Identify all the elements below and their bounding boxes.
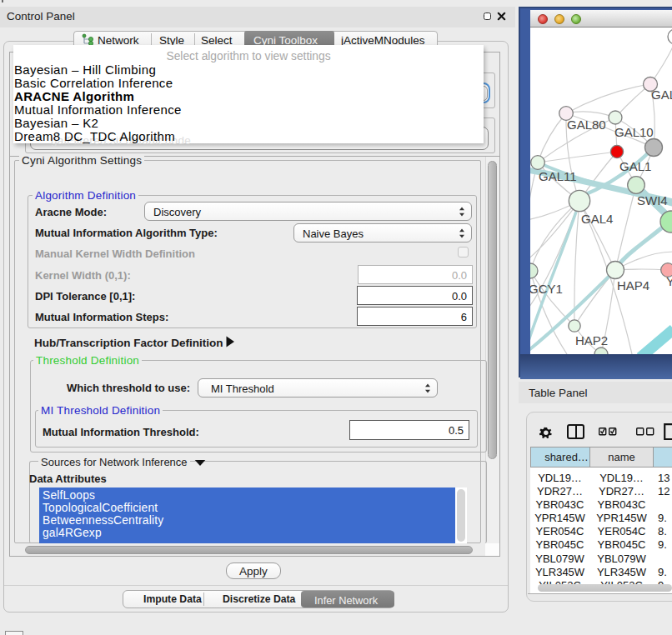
svg-text:Y: Y: [666, 274, 672, 288]
svg-text:GAL11: GAL11: [539, 169, 577, 183]
svg-text:GAL80: GAL80: [567, 118, 606, 132]
svg-text:GAL10: GAL10: [614, 125, 654, 139]
svg-text:HAP4: HAP4: [617, 278, 649, 292]
svg-text:GCY1: GCY1: [530, 282, 563, 296]
svg-text:GAL4: GAL4: [581, 212, 613, 226]
svg-text:SWI4: SWI4: [637, 193, 668, 208]
svg-text:HAP2: HAP2: [575, 333, 608, 348]
svg-text:GAL1: GAL1: [619, 159, 651, 173]
svg-text:GAL2: GAL2: [651, 88, 672, 102]
